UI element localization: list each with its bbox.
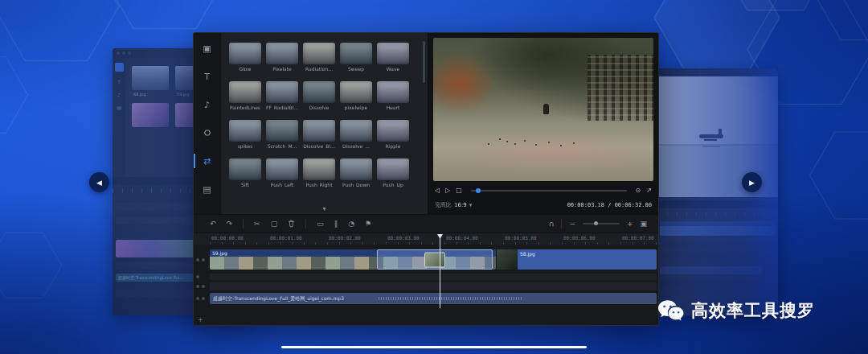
- zoom-slider[interactable]: [583, 223, 620, 224]
- audio-clip[interactable]: 超越时空-TranscendingLove_Full_爱给网_aigei_com…: [210, 293, 657, 304]
- transition-thumbnail: [266, 120, 298, 142]
- transition-item[interactable]: Radiation...: [303, 43, 335, 72]
- aspect-ratio-value[interactable]: 16:9: [454, 202, 467, 208]
- undo-icon[interactable]: ↶: [210, 220, 216, 228]
- overlay-tab[interactable]: [194, 124, 221, 142]
- transition-item[interactable]: Push_Right: [303, 158, 335, 187]
- transition-item[interactable]: Wave: [377, 43, 409, 72]
- snap-icon[interactable]: ∩: [549, 220, 555, 228]
- effects-tab[interactable]: ▤: [194, 180, 221, 198]
- redo-icon[interactable]: ↷: [227, 220, 233, 228]
- track-option-icon[interactable]: [202, 258, 205, 261]
- carousel-next-button[interactable]: ▶: [742, 172, 762, 192]
- transition-item[interactable]: Dissolve_...: [340, 120, 372, 149]
- track-option-icon[interactable]: [202, 285, 205, 288]
- text-icon: T: [204, 72, 210, 82]
- zoom-slider-handle[interactable]: [594, 221, 598, 225]
- transition-item[interactable]: Sift: [229, 158, 261, 187]
- video-clip[interactable]: 58.jpg: [497, 249, 657, 270]
- panel-scrollbar[interactable]: [423, 41, 425, 83]
- video-track-header: [196, 258, 205, 261]
- ruler-label: 00:00:05.00: [505, 235, 537, 241]
- transition-item[interactable]: Dissolve_Bl...: [303, 120, 335, 149]
- play-icon[interactable]: ▷: [445, 187, 450, 194]
- track-option-icon[interactable]: [202, 297, 205, 300]
- transition-item[interactable]: spikes: [229, 120, 261, 149]
- transition-thumbnail: [229, 43, 261, 64]
- audio-icon: ♪: [204, 100, 210, 110]
- toolbar-divider: [305, 219, 306, 228]
- transition-item[interactable]: Push_Up: [377, 158, 409, 187]
- audio-track-header: [196, 297, 205, 300]
- previous-frame-icon[interactable]: ◁: [435, 187, 440, 194]
- fullscreen-icon[interactable]: ↗: [646, 187, 652, 194]
- zoom-out-icon[interactable]: −: [569, 220, 575, 228]
- ruler-label: 00:00:01.00: [270, 235, 302, 241]
- clip-thumbnail: [497, 249, 518, 270]
- zoom-fit-icon[interactable]: ▣: [640, 220, 647, 228]
- transition-label: Ripple: [377, 143, 409, 149]
- transition-thumbnail: [266, 158, 298, 180]
- transitions-tab[interactable]: ⇄: [194, 152, 221, 170]
- scroll-more-chevron-icon[interactable]: ▾: [322, 205, 326, 212]
- transition-label: FF_RadialBl...: [266, 105, 298, 110]
- transition-thumbnail: [377, 120, 409, 142]
- transition-item[interactable]: Heart: [377, 81, 409, 110]
- blue-fade-overlay: [657, 68, 778, 315]
- track-option-icon[interactable]: [196, 285, 199, 288]
- marker-icon[interactable]: ⚑: [365, 220, 371, 228]
- seek-handle[interactable]: [476, 188, 481, 193]
- zoom-controls: ∩ − + ▣: [549, 219, 647, 228]
- transition-label: Dissolve_...: [340, 143, 372, 149]
- cut-icon[interactable]: ✂: [254, 220, 260, 228]
- transition-thumbnail: [229, 120, 261, 142]
- media-tab[interactable]: ▣: [194, 39, 221, 57]
- seek-bar[interactable]: [471, 190, 627, 191]
- transition-item[interactable]: Dissolve: [303, 81, 335, 110]
- transition-item[interactable]: Pixelate: [266, 43, 298, 72]
- transition-label: PaintedLines: [229, 105, 261, 110]
- ruler-label: 00:00:02.00: [329, 235, 361, 241]
- hero-carousel-banner: T ♪ ▤ 68.jpg 59.jpg 超越时空-TranscendingLov…: [0, 0, 868, 354]
- transition-item[interactable]: Sweep: [340, 43, 372, 72]
- playhead[interactable]: [440, 234, 440, 308]
- transition-thumbnail: [266, 81, 298, 103]
- transition-thumbnail: [229, 158, 261, 180]
- timeline-ruler[interactable]: 00:00:00.00 00:00:01.00 00:00:02.00 00:0…: [194, 233, 658, 245]
- track-option-icon[interactable]: [196, 258, 199, 261]
- selected-transition-region[interactable]: [377, 249, 493, 270]
- transition-label: Sweep: [340, 66, 372, 72]
- transition-item[interactable]: Ripple: [377, 120, 409, 149]
- transition-item[interactable]: Push_Down: [340, 158, 372, 187]
- person-silhouette: [543, 104, 549, 114]
- empty-track-bar[interactable]: [210, 282, 657, 290]
- snapshot-icon[interactable]: ⊙: [636, 187, 641, 194]
- clip-filename: 58.jpg: [518, 249, 535, 270]
- transition-item[interactable]: FF_RadialBl...: [266, 81, 298, 110]
- effects-icon: ▤: [203, 184, 211, 195]
- text-tab[interactable]: T: [194, 68, 221, 85]
- split-icon[interactable]: ∥: [334, 220, 338, 228]
- transition-item[interactable]: Glow: [229, 43, 261, 72]
- transition-item[interactable]: PaintedLines: [229, 81, 261, 110]
- transition-item[interactable]: Scratch_M...: [266, 120, 298, 149]
- transition-item[interactable]: Push_Left: [266, 158, 298, 187]
- track-option-icon[interactable]: [196, 275, 199, 278]
- carousel-prev-button[interactable]: ◀: [89, 172, 109, 192]
- video-track: 59.jpg 58.jpg: [194, 249, 658, 270]
- stop-icon[interactable]: □: [456, 187, 462, 194]
- zoom-in-icon[interactable]: +: [627, 220, 633, 228]
- copy-icon[interactable]: ▢: [271, 220, 278, 228]
- add-track-icon[interactable]: +: [198, 316, 203, 323]
- delete-icon[interactable]: [288, 220, 295, 228]
- audio-tab[interactable]: ♪: [194, 96, 221, 113]
- empty-track-bar[interactable]: [210, 274, 657, 280]
- crop-icon[interactable]: ▭: [317, 220, 324, 228]
- transition-item[interactable]: pixelwipe: [340, 81, 372, 110]
- transition-label: Scratch_M...: [266, 143, 298, 149]
- speed-icon[interactable]: ◔: [348, 220, 354, 228]
- track-option-icon[interactable]: [196, 297, 199, 300]
- transitions-panel: Glow Pixelate Radiation... Sweep Wave Pa…: [221, 33, 428, 214]
- transition-thumbnail: [266, 43, 298, 64]
- chevron-down-icon[interactable]: ▾: [469, 202, 473, 208]
